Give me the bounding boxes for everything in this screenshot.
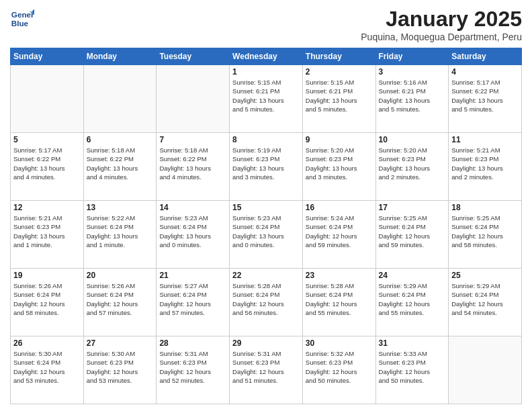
page: General Blue January 2025 Puquina, Moque… bbox=[0, 0, 532, 411]
day-info: Sunrise: 5:25 AM Sunset: 6:24 PM Dayligh… bbox=[451, 214, 519, 249]
day-info: Sunrise: 5:26 AM Sunset: 6:24 PM Dayligh… bbox=[87, 281, 154, 317]
day-number: 26 bbox=[13, 338, 81, 348]
calendar-cell: 12Sunrise: 5:21 AM Sunset: 6:23 PM Dayli… bbox=[11, 201, 84, 269]
weekday-header-row: Sunday Monday Tuesday Wednesday Thursday… bbox=[11, 48, 522, 65]
calendar-cell: 19Sunrise: 5:26 AM Sunset: 6:24 PM Dayli… bbox=[11, 269, 84, 336]
day-number: 15 bbox=[232, 203, 300, 212]
day-info: Sunrise: 5:33 AM Sunset: 6:23 PM Dayligh… bbox=[379, 349, 446, 385]
header-wednesday: Wednesday bbox=[230, 48, 303, 65]
day-number: 17 bbox=[379, 203, 446, 212]
day-number: 9 bbox=[306, 135, 373, 144]
day-number: 7 bbox=[159, 135, 226, 144]
calendar-week-1: 5Sunrise: 5:17 AM Sunset: 6:22 PM Daylig… bbox=[11, 133, 522, 201]
day-number: 25 bbox=[451, 271, 519, 280]
main-title: January 2025 bbox=[361, 7, 522, 32]
calendar-cell: 15Sunrise: 5:23 AM Sunset: 6:24 PM Dayli… bbox=[230, 201, 303, 269]
day-info: Sunrise: 5:18 AM Sunset: 6:22 PM Dayligh… bbox=[159, 146, 226, 181]
day-number: 10 bbox=[379, 135, 446, 144]
day-number: 14 bbox=[159, 203, 226, 212]
calendar-cell bbox=[157, 65, 230, 133]
calendar-week-2: 12Sunrise: 5:21 AM Sunset: 6:23 PM Dayli… bbox=[11, 201, 522, 269]
header-saturday: Saturday bbox=[449, 48, 522, 65]
calendar-week-3: 19Sunrise: 5:26 AM Sunset: 6:24 PM Dayli… bbox=[11, 269, 522, 336]
day-info: Sunrise: 5:17 AM Sunset: 6:22 PM Dayligh… bbox=[13, 146, 81, 181]
calendar-cell: 18Sunrise: 5:25 AM Sunset: 6:24 PM Dayli… bbox=[449, 201, 522, 269]
svg-text:General: General bbox=[11, 10, 34, 19]
day-info: Sunrise: 5:30 AM Sunset: 6:24 PM Dayligh… bbox=[13, 349, 81, 385]
calendar-week-4: 26Sunrise: 5:30 AM Sunset: 6:24 PM Dayli… bbox=[11, 336, 522, 404]
calendar-cell: 27Sunrise: 5:30 AM Sunset: 6:23 PM Dayli… bbox=[83, 336, 157, 404]
calendar-cell: 16Sunrise: 5:24 AM Sunset: 6:24 PM Dayli… bbox=[302, 201, 375, 269]
day-number: 11 bbox=[451, 135, 519, 144]
day-number: 8 bbox=[232, 135, 300, 144]
calendar-cell: 22Sunrise: 5:28 AM Sunset: 6:24 PM Dayli… bbox=[230, 269, 303, 336]
header-thursday: Thursday bbox=[302, 48, 375, 65]
day-number: 22 bbox=[232, 271, 300, 280]
calendar-cell: 17Sunrise: 5:25 AM Sunset: 6:24 PM Dayli… bbox=[375, 201, 449, 269]
calendar-cell: 10Sunrise: 5:20 AM Sunset: 6:23 PM Dayli… bbox=[375, 133, 449, 201]
calendar-cell: 29Sunrise: 5:31 AM Sunset: 6:23 PM Dayli… bbox=[230, 336, 303, 404]
header-monday: Monday bbox=[83, 48, 157, 65]
logo: General Blue bbox=[10, 7, 34, 31]
day-number: 29 bbox=[232, 338, 300, 348]
day-number: 23 bbox=[306, 271, 373, 280]
day-info: Sunrise: 5:26 AM Sunset: 6:24 PM Dayligh… bbox=[13, 281, 81, 317]
day-info: Sunrise: 5:23 AM Sunset: 6:24 PM Dayligh… bbox=[232, 214, 300, 249]
calendar-cell: 6Sunrise: 5:18 AM Sunset: 6:22 PM Daylig… bbox=[83, 133, 157, 201]
day-number: 4 bbox=[451, 67, 519, 77]
calendar-cell: 3Sunrise: 5:16 AM Sunset: 6:21 PM Daylig… bbox=[375, 65, 449, 133]
calendar-week-0: 1Sunrise: 5:15 AM Sunset: 6:21 PM Daylig… bbox=[11, 65, 522, 133]
title-block: January 2025 Puquina, Moquegua Departmen… bbox=[361, 7, 522, 42]
day-number: 18 bbox=[451, 203, 519, 212]
calendar-cell: 21Sunrise: 5:27 AM Sunset: 6:24 PM Dayli… bbox=[157, 269, 230, 336]
day-info: Sunrise: 5:24 AM Sunset: 6:24 PM Dayligh… bbox=[306, 214, 373, 249]
header-tuesday: Tuesday bbox=[157, 48, 230, 65]
day-number: 21 bbox=[159, 271, 226, 280]
day-info: Sunrise: 5:15 AM Sunset: 6:21 PM Dayligh… bbox=[306, 78, 373, 113]
day-info: Sunrise: 5:15 AM Sunset: 6:21 PM Dayligh… bbox=[232, 78, 300, 113]
calendar-table: Sunday Monday Tuesday Wednesday Thursday… bbox=[10, 48, 522, 404]
calendar-cell bbox=[83, 65, 157, 133]
calendar-cell: 23Sunrise: 5:28 AM Sunset: 6:24 PM Dayli… bbox=[302, 269, 375, 336]
calendar-cell: 28Sunrise: 5:31 AM Sunset: 6:23 PM Dayli… bbox=[157, 336, 230, 404]
day-info: Sunrise: 5:32 AM Sunset: 6:23 PM Dayligh… bbox=[306, 349, 373, 385]
calendar-cell: 31Sunrise: 5:33 AM Sunset: 6:23 PM Dayli… bbox=[375, 336, 449, 404]
day-info: Sunrise: 5:23 AM Sunset: 6:24 PM Dayligh… bbox=[159, 214, 226, 249]
logo-icon: General Blue bbox=[10, 7, 34, 31]
day-info: Sunrise: 5:30 AM Sunset: 6:23 PM Dayligh… bbox=[87, 349, 154, 385]
calendar-cell: 7Sunrise: 5:18 AM Sunset: 6:22 PM Daylig… bbox=[157, 133, 230, 201]
day-info: Sunrise: 5:20 AM Sunset: 6:23 PM Dayligh… bbox=[379, 146, 446, 181]
subtitle: Puquina, Moquegua Department, Peru bbox=[361, 32, 522, 42]
calendar-cell: 5Sunrise: 5:17 AM Sunset: 6:22 PM Daylig… bbox=[11, 133, 84, 201]
calendar-cell: 24Sunrise: 5:29 AM Sunset: 6:24 PM Dayli… bbox=[375, 269, 449, 336]
header: General Blue January 2025 Puquina, Moque… bbox=[10, 7, 522, 42]
day-info: Sunrise: 5:25 AM Sunset: 6:24 PM Dayligh… bbox=[379, 214, 446, 249]
calendar-cell: 14Sunrise: 5:23 AM Sunset: 6:24 PM Dayli… bbox=[157, 201, 230, 269]
calendar-cell: 1Sunrise: 5:15 AM Sunset: 6:21 PM Daylig… bbox=[230, 65, 303, 133]
day-number: 2 bbox=[306, 67, 373, 77]
calendar-cell: 26Sunrise: 5:30 AM Sunset: 6:24 PM Dayli… bbox=[11, 336, 84, 404]
header-sunday: Sunday bbox=[11, 48, 84, 65]
calendar-cell: 2Sunrise: 5:15 AM Sunset: 6:21 PM Daylig… bbox=[302, 65, 375, 133]
day-info: Sunrise: 5:28 AM Sunset: 6:24 PM Dayligh… bbox=[232, 281, 300, 317]
day-info: Sunrise: 5:18 AM Sunset: 6:22 PM Dayligh… bbox=[87, 146, 154, 181]
day-info: Sunrise: 5:21 AM Sunset: 6:23 PM Dayligh… bbox=[13, 214, 81, 249]
calendar-cell: 20Sunrise: 5:26 AM Sunset: 6:24 PM Dayli… bbox=[83, 269, 157, 336]
calendar-cell bbox=[449, 336, 522, 404]
day-number: 6 bbox=[87, 135, 154, 144]
day-number: 12 bbox=[13, 203, 81, 212]
day-number: 5 bbox=[13, 135, 81, 144]
calendar-cell: 9Sunrise: 5:20 AM Sunset: 6:23 PM Daylig… bbox=[302, 133, 375, 201]
day-number: 20 bbox=[87, 271, 154, 280]
calendar-cell: 11Sunrise: 5:21 AM Sunset: 6:23 PM Dayli… bbox=[449, 133, 522, 201]
calendar-cell: 25Sunrise: 5:29 AM Sunset: 6:24 PM Dayli… bbox=[449, 269, 522, 336]
day-info: Sunrise: 5:29 AM Sunset: 6:24 PM Dayligh… bbox=[379, 281, 446, 317]
day-info: Sunrise: 5:31 AM Sunset: 6:23 PM Dayligh… bbox=[159, 349, 226, 385]
day-info: Sunrise: 5:22 AM Sunset: 6:24 PM Dayligh… bbox=[87, 214, 154, 249]
day-number: 27 bbox=[87, 338, 154, 348]
day-number: 3 bbox=[379, 67, 446, 77]
day-number: 16 bbox=[306, 203, 373, 212]
calendar-cell: 30Sunrise: 5:32 AM Sunset: 6:23 PM Dayli… bbox=[302, 336, 375, 404]
day-info: Sunrise: 5:28 AM Sunset: 6:24 PM Dayligh… bbox=[306, 281, 373, 317]
day-info: Sunrise: 5:16 AM Sunset: 6:21 PM Dayligh… bbox=[379, 78, 446, 113]
